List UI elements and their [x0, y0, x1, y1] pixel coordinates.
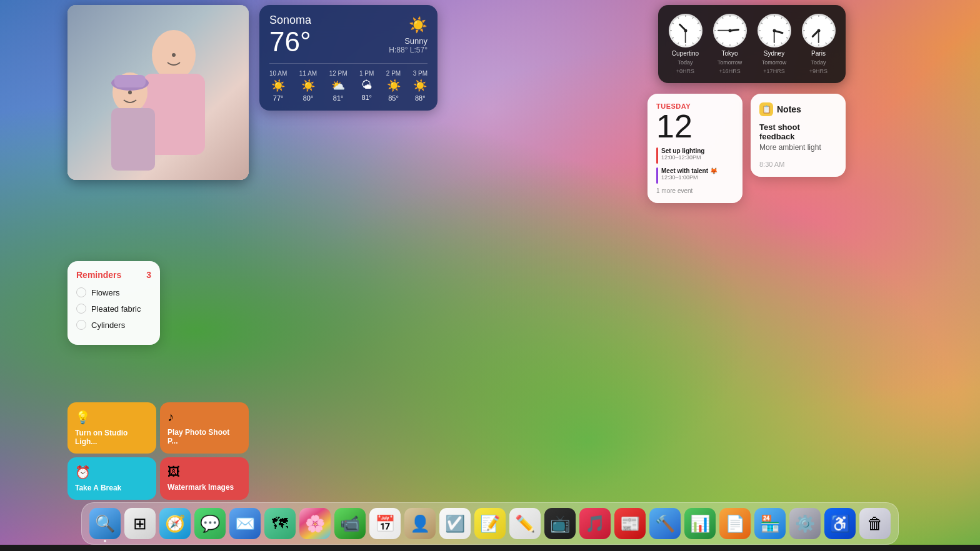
- clock-item: Tokyo Tomorrow +16HRS: [710, 14, 749, 74]
- dock-item-reminders[interactable]: ☑️: [439, 508, 471, 539]
- notes-title: Notes: [777, 104, 801, 114]
- forecast-icon: ☀️: [301, 79, 315, 92]
- dock-app-icon: 📹: [340, 514, 360, 534]
- clock-min-hand: [685, 31, 686, 43]
- dock-item-notes[interactable]: 📝: [474, 508, 506, 539]
- clock-min-hand: [774, 31, 775, 43]
- dock-item-messages[interactable]: 💬: [194, 508, 226, 539]
- dock-item-system-preferences[interactable]: ⚙️: [789, 508, 821, 539]
- dock-app-icon: 🧭: [165, 514, 185, 534]
- shortcut-item[interactable]: 💡 Turn on Studio Ligh...: [68, 402, 156, 454]
- dock-item-maps[interactable]: 🗺: [264, 508, 296, 539]
- forecast-item: 12 PM ⛅ 81°: [329, 70, 348, 102]
- svg-rect-6: [114, 75, 146, 87]
- clock-item: Sydney Tomorrow +17HRS: [754, 14, 794, 74]
- shortcut-label: Play Photo Shoot P...: [168, 428, 241, 445]
- dock-item-accessibility[interactable]: ♿: [824, 508, 856, 539]
- desktop: Sonoma 76° ☀️ Sunny H:88° L:57° 10 AM ☀️…: [0, 0, 980, 551]
- dock-item-trash[interactable]: 🗑: [859, 508, 891, 539]
- calendar-event-title: Set up lighting: [661, 147, 704, 154]
- forecast-temp: 77°: [273, 94, 284, 102]
- calendar-event-bar: [656, 167, 658, 184]
- dock-item-launchpad[interactable]: ⊞: [124, 508, 156, 539]
- dock-item-apple-tv[interactable]: 📺: [544, 508, 576, 539]
- dock-app-icon: ✉️: [235, 514, 255, 534]
- clock-day: Tomorrow: [762, 59, 787, 66]
- shortcut-item[interactable]: ⏰ Take A Break: [68, 457, 156, 500]
- dock-app-icon: 📊: [690, 514, 710, 534]
- dock-item-xcode[interactable]: 🔨: [649, 508, 681, 539]
- reminders-widget[interactable]: Reminders 3 Flowers Pleated fabric Cylin…: [68, 261, 160, 345]
- clock-offset: +17HRS: [763, 68, 784, 74]
- dock-item-pages[interactable]: 📄: [719, 508, 751, 539]
- weather-city: Sonoma: [269, 14, 311, 27]
- forecast-time: 1 PM: [359, 70, 374, 77]
- dock-item-freeform[interactable]: ✏️: [509, 508, 541, 539]
- reminder-label: Pleated fabric: [91, 304, 141, 314]
- reminder-label: Flowers: [91, 288, 120, 297]
- svg-point-8: [172, 53, 176, 57]
- dock[interactable]: 🔍⊞🧭💬✉️🗺🌸📹📅👤☑️📝✏️📺🎵📰🔨📊📄🏪⚙️♿🗑: [81, 502, 899, 545]
- svg-line-11: [698, 23, 699, 24]
- notes-note-body: More ambient light: [759, 143, 837, 152]
- forecast-icon: ☀️: [271, 79, 285, 92]
- dock-item-news[interactable]: 📰: [614, 508, 646, 539]
- svg-rect-4: [111, 108, 155, 171]
- bottom-bar: [0, 545, 980, 551]
- calendar-widget[interactable]: TUESDAY 12 Set up lighting 12:00–12:30PM…: [648, 94, 742, 203]
- reminders-count: 3: [146, 270, 151, 280]
- calendar-event-time: 12:00–12:30PM: [661, 154, 704, 161]
- weather-widget[interactable]: Sonoma 76° ☀️ Sunny H:88° L:57° 10 AM ☀️…: [259, 5, 438, 111]
- reminder-label: Cylinders: [91, 320, 125, 330]
- forecast-temp: 88°: [415, 94, 426, 102]
- dock-item-finder[interactable]: 🔍: [89, 508, 121, 539]
- forecast-item: 1 PM 🌤 81°: [359, 70, 374, 102]
- forecast-temp: 85°: [388, 94, 399, 102]
- dock-app-icon: 📺: [550, 514, 570, 534]
- dock-app-icon: 🔍: [95, 514, 115, 534]
- dock-item-mail[interactable]: ✉️: [229, 508, 261, 539]
- shortcuts-grid[interactable]: 💡 Turn on Studio Ligh... ♪ Play Photo Sh…: [68, 402, 249, 500]
- svg-line-35: [786, 23, 788, 24]
- clock-city: Paris: [811, 50, 826, 57]
- svg-line-31: [716, 23, 718, 24]
- dock-app-icon: 🗑: [867, 514, 883, 534]
- svg-line-55: [805, 23, 807, 24]
- svg-line-13: [698, 37, 699, 39]
- shortcut-item[interactable]: 🖼 Watermark Images: [160, 457, 249, 500]
- dock-item-numbers[interactable]: 📊: [684, 508, 716, 539]
- dock-item-photos[interactable]: 🌸: [299, 508, 331, 539]
- dock-item-facetime[interactable]: 📹: [334, 508, 366, 539]
- dock-app-icon: ♿: [830, 514, 850, 534]
- svg-line-44: [766, 17, 768, 19]
- shortcut-label: Turn on Studio Ligh...: [75, 429, 149, 446]
- shortcut-label: Take A Break: [75, 484, 149, 492]
- forecast-temp: 81°: [333, 94, 344, 102]
- clock-widget[interactable]: Cupertino Today +0HRS Tokyo Tomorrow +16…: [658, 5, 846, 83]
- reminder-checkbox[interactable]: [76, 320, 86, 330]
- dock-item-safari[interactable]: 🧭: [159, 508, 191, 539]
- dock-item-app-store[interactable]: 🏪: [754, 508, 786, 539]
- dock-item-contacts[interactable]: 👤: [404, 508, 436, 539]
- forecast-time: 2 PM: [386, 70, 401, 77]
- dock-app-icon: 🏪: [760, 514, 780, 534]
- svg-line-38: [781, 42, 782, 44]
- forecast-time: 12 PM: [329, 70, 348, 77]
- calendar-more-events: 1 more event: [656, 187, 734, 194]
- svg-line-14: [692, 42, 694, 44]
- clock-day: Tomorrow: [718, 59, 742, 66]
- reminder-checkbox[interactable]: [76, 304, 86, 314]
- svg-line-41: [761, 37, 762, 39]
- shortcut-icon: 🖼: [168, 465, 241, 479]
- reminder-checkbox[interactable]: [76, 287, 86, 297]
- dock-app-icon: ✏️: [515, 514, 535, 534]
- shortcut-item[interactable]: ♪ Play Photo Shoot P...: [160, 402, 249, 454]
- dock-app-icon: 👤: [410, 514, 430, 534]
- forecast-item: 11 AM ☀️ 80°: [299, 70, 317, 102]
- dock-item-calendar[interactable]: 📅: [369, 508, 401, 539]
- notes-widget[interactable]: 📋 Notes Test shoot feedback More ambient…: [751, 94, 846, 177]
- dock-item-music[interactable]: 🎵: [579, 508, 611, 539]
- dock-app-icon: 🗺: [272, 514, 288, 534]
- clock-min-hand: [818, 31, 819, 43]
- forecast-time: 11 AM: [299, 70, 317, 77]
